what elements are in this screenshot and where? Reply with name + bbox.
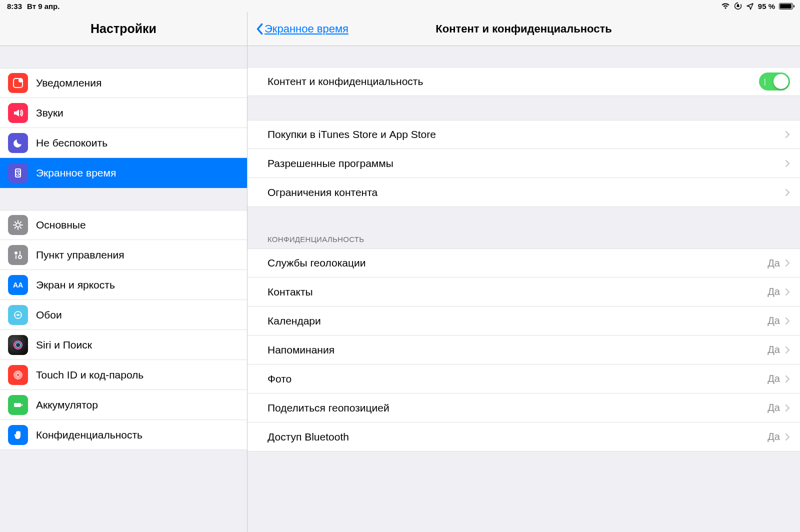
status-bar: 8:33 Вт 9 апр. 95 % (0, 0, 800, 12)
sidebar-item-label: Пункт управления (36, 249, 124, 261)
toggle-label: Контент и конфиденциальность (268, 76, 759, 88)
sidebar-item-label: Экран и яркость (36, 279, 115, 291)
row-label: Разрешенные программы (268, 158, 785, 170)
row-value: Да (768, 402, 780, 414)
row-value: Да (768, 315, 780, 326)
sidebar-item-display[interactable]: Экран и яркость (0, 270, 247, 300)
chevron-right-icon (785, 346, 790, 354)
siri-icon (8, 335, 28, 355)
sidebar-item-label: Обои (36, 309, 62, 321)
wallpaper-icon (8, 305, 28, 325)
sidebar-item-label: Экранное время (36, 167, 116, 179)
status-date: Вт 9 апр. (27, 2, 60, 10)
sidebar-item-battery[interactable]: Аккумулятор (0, 390, 247, 420)
settings-row[interactable]: Ограничения контента (248, 178, 800, 207)
row-label: Напоминания (268, 344, 768, 356)
sidebar-item-notifications[interactable]: Уведомления (0, 68, 247, 98)
notifications-icon (8, 73, 28, 93)
location-icon (746, 2, 754, 10)
sidebar-item-wallpaper[interactable]: Обои (0, 300, 247, 330)
privacy-row[interactable]: Фото Да (248, 364, 800, 394)
sidebar-item-label: Аккумулятор (36, 399, 98, 411)
sounds-icon (8, 103, 28, 123)
sidebar-header: Настройки (0, 12, 247, 46)
status-time: 8:33 (7, 2, 22, 10)
row-label: Календари (268, 315, 768, 327)
touchid-icon (8, 365, 28, 385)
sidebar-item-siri[interactable]: Siri и Поиск (0, 330, 247, 360)
sidebar-item-label: Touch ID и код-пароль (36, 369, 144, 381)
row-label: Фото (268, 373, 768, 385)
sidebar-item-touchid[interactable]: Touch ID и код-пароль (0, 360, 247, 390)
back-button[interactable]: Экранное время (256, 22, 348, 36)
privacy-row[interactable]: Поделиться геопозицией Да (248, 394, 800, 422)
control-icon (8, 245, 28, 265)
privacy-row[interactable]: Службы геолокации Да (248, 248, 800, 278)
battery-icon (779, 3, 793, 10)
sidebar-item-label: Не беспокоить (36, 137, 108, 149)
row-value: Да (768, 286, 780, 298)
chevron-right-icon (785, 160, 790, 168)
chevron-right-icon (785, 404, 790, 412)
back-label: Экранное время (264, 22, 348, 36)
content-privacy-toggle[interactable]: | (759, 72, 790, 90)
row-label: Доступ Bluetooth (268, 431, 768, 443)
sidebar-item-privacy[interactable]: Конфиденциальность (0, 420, 247, 450)
sidebar-item-label: Основные (36, 219, 86, 231)
row-label: Покупки в iTunes Store и App Store (268, 128, 785, 140)
sidebar-item-dnd[interactable]: Не беспокоить (0, 128, 247, 158)
general-icon (8, 215, 28, 235)
row-label: Поделиться геопозицией (268, 402, 768, 414)
display-icon (8, 275, 28, 295)
privacy-group-header: КОНФИДЕНЦИАЛЬНОСТЬ (248, 231, 800, 248)
chevron-left-icon (256, 23, 264, 35)
detail-pane: Экранное время Контент и конфиденциально… (248, 12, 800, 532)
settings-sidebar: Настройки Уведомления Звуки Не беспокоит… (0, 12, 248, 532)
privacy-row[interactable]: Контакты Да (248, 278, 800, 306)
chevron-right-icon (785, 259, 790, 267)
sidebar-item-label: Звуки (36, 107, 64, 119)
privacy-icon (8, 425, 28, 445)
row-label: Контакты (268, 286, 768, 298)
sidebar-item-control[interactable]: Пункт управления (0, 240, 247, 270)
content-privacy-toggle-row[interactable]: Контент и конфиденциальность | (248, 67, 800, 96)
orientation-lock-icon (734, 2, 742, 10)
sidebar-item-screentime[interactable]: Экранное время (0, 158, 247, 188)
sidebar-title: Настройки (90, 22, 156, 36)
chevron-right-icon (785, 188, 790, 196)
settings-row[interactable]: Покупки в iTunes Store и App Store (248, 120, 800, 149)
screentime-icon (8, 163, 28, 183)
sidebar-item-general[interactable]: Основные (0, 210, 247, 240)
chevron-right-icon (785, 375, 790, 383)
privacy-row[interactable]: Календари Да (248, 306, 800, 336)
row-label: Службы геолокации (268, 257, 768, 269)
chevron-right-icon (785, 288, 790, 296)
dnd-icon (8, 133, 28, 153)
settings-row[interactable]: Разрешенные программы (248, 149, 800, 178)
privacy-row[interactable]: Напоминания Да (248, 336, 800, 364)
battery-percent: 95 % (758, 2, 775, 10)
sidebar-item-label: Уведомления (36, 77, 102, 89)
row-value: Да (768, 258, 780, 269)
row-value: Да (768, 344, 780, 356)
detail-title: Контент и конфиденциальность (436, 22, 612, 36)
wifi-icon (721, 2, 730, 10)
detail-header: Экранное время Контент и конфиденциально… (248, 12, 800, 46)
row-value: Да (768, 431, 780, 442)
privacy-row[interactable]: Доступ Bluetooth Да (248, 422, 800, 452)
chevron-right-icon (785, 433, 790, 441)
chevron-right-icon (785, 317, 790, 325)
row-value: Да (768, 373, 780, 384)
chevron-right-icon (785, 130, 790, 138)
sidebar-item-label: Siri и Поиск (36, 339, 92, 351)
row-label: Ограничения контента (268, 186, 785, 198)
sidebar-item-label: Конфиденциальность (36, 429, 142, 441)
sidebar-item-sounds[interactable]: Звуки (0, 98, 247, 128)
battery-icon (8, 395, 28, 415)
